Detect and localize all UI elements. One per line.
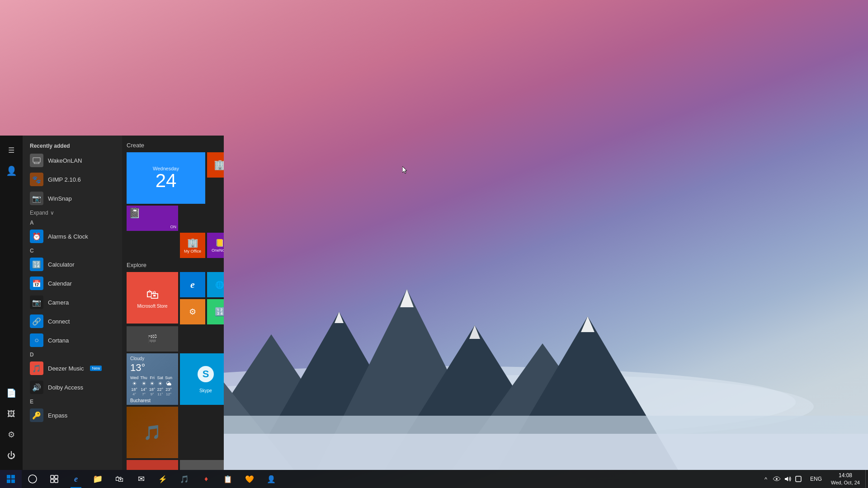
file-explorer-button[interactable]: 📁 <box>87 470 108 488</box>
edge-taskbar-button[interactable]: e <box>65 470 87 488</box>
tiles-row-2: 🛍 Microsoft Store e 🌐 ⚙ 🔢 <box>127 272 219 352</box>
taskbar-icon-11-img: 🧡 <box>245 475 254 483</box>
photos-button[interactable]: 🖼 <box>0 404 22 424</box>
letter-a: A <box>23 218 122 227</box>
settings-button[interactable]: ⚙ <box>0 425 22 445</box>
office-tile-2[interactable]: 🏢 My Office <box>180 233 205 258</box>
app-calendar[interactable]: 📅 Calendar <box>23 274 122 293</box>
app-camera[interactable]: 📷 Camera <box>23 293 122 312</box>
mail-icon: ✉ <box>138 474 145 484</box>
mail-button[interactable]: ✉ <box>130 470 152 488</box>
documents-button[interactable]: 📄 <box>0 383 22 403</box>
deezer-new-badge: New <box>90 366 102 371</box>
tiles-row-3: Cloudy 13° Wed ☀ 18° 4° Thu ☀ 14° <box>127 353 219 405</box>
calendar-tile[interactable]: Wednesday 24 <box>127 152 205 204</box>
app-enpass[interactable]: 🔑 Enpass <box>23 406 122 425</box>
edge-tile-2[interactable]: 🌐 <box>207 272 224 297</box>
start-menu[interactable]: ☰ 👤 📄 🖼 ⚙ ⏻ Recently added WakeOnLAN 🐾 G… <box>0 136 224 470</box>
explore-section-label: Explore <box>127 260 219 272</box>
skype-tile[interactable]: S Skype <box>180 353 224 405</box>
dolby-icon: 🔊 <box>30 380 43 394</box>
taskbar-icon-8[interactable]: 🎵 <box>174 470 195 488</box>
app-connect[interactable]: 🔗 Connect <box>23 312 122 331</box>
app-cortana[interactable]: ○ Cortana <box>23 331 122 350</box>
deezer-icon: 🎵 <box>30 361 43 375</box>
onenote-icon-2: 📒 <box>215 239 224 247</box>
power-button[interactable]: ⏻ <box>0 446 22 465</box>
tiles-row-1b: 🏢 My Office 📒 OneNote <box>127 233 219 258</box>
svg-rect-27 <box>51 475 54 479</box>
music-tile[interactable]: 🎵 <box>127 407 178 458</box>
office-icon-2: 🏢 <box>187 237 198 248</box>
show-hidden-icons-button[interactable]: ^ <box>761 470 770 488</box>
store-taskbar-button[interactable]: 🛍 <box>108 470 130 488</box>
create-section-label: Create <box>127 140 219 152</box>
news-tile[interactable]: Single ticket wins $1.6 billion Mega Mil… <box>127 460 178 470</box>
language-button[interactable]: ENG <box>807 476 826 482</box>
clock-time: 14:08 <box>839 472 852 479</box>
notification-icon[interactable] <box>794 470 803 488</box>
svg-marker-11 <box>400 289 414 307</box>
music-tile-icon: 🎵 <box>143 424 161 441</box>
windows-logo-icon <box>6 474 15 483</box>
svg-rect-29 <box>51 479 54 483</box>
taskbar-icon-10-img: 📋 <box>223 475 232 483</box>
forecast-wed: Wed ☀ 18° 4° <box>130 375 138 396</box>
camera-tile[interactable]: 🔢 <box>207 299 224 324</box>
taskbar-icon-11[interactable]: 🧡 <box>239 470 260 488</box>
taskbar-icon-7[interactable]: ⚡ <box>152 470 174 488</box>
camera-icon: 📷 <box>30 296 43 309</box>
volume-icon[interactable] <box>783 470 792 488</box>
network-icon[interactable] <box>772 470 781 488</box>
photos-tile[interactable]: 🖼 Photos <box>180 460 224 470</box>
svg-marker-4 <box>249 312 429 470</box>
video-tile[interactable]: 🎬 <box>127 326 178 352</box>
svg-point-31 <box>776 478 778 480</box>
taskbar-icon-12[interactable]: 👤 <box>260 470 282 488</box>
app-gimp[interactable]: 🐾 GIMP 2.10.6 <box>23 170 122 189</box>
expand-button[interactable]: Expand ∨ <box>23 208 122 218</box>
hamburger-menu-button[interactable]: ☰ <box>0 140 22 160</box>
taskbar-icon-7-img: ⚡ <box>158 475 167 483</box>
app-list[interactable]: Recently added WakeOnLAN 🐾 GIMP 2.10.6 📷… <box>23 136 122 470</box>
app-deezer[interactable]: 🎵 Deezer Music New <box>23 359 122 378</box>
user-profile-button[interactable]: 👤 <box>0 161 22 181</box>
tiles-panel[interactable]: Create Wednesday 24 🏢 📓 ON <box>122 136 224 470</box>
cortana-icon: ○ <box>30 333 43 347</box>
taskbar-icon-10[interactable]: 📋 <box>217 470 239 488</box>
clock-button[interactable]: 14:08 Wed, Oct, 24 <box>826 470 865 488</box>
store-tile[interactable]: 🛍 Microsoft Store <box>127 272 178 324</box>
tray-icons: ^ <box>758 470 807 488</box>
svg-rect-16 <box>33 158 40 162</box>
svg-marker-32 <box>785 477 788 481</box>
office-tile[interactable]: 🏢 <box>207 152 224 178</box>
weather-tile[interactable]: Cloudy 13° Wed ☀ 18° 4° Thu ☀ 14° <box>127 353 178 405</box>
edge-icon: e <box>190 279 195 291</box>
taskbar-icon-9-img: ♦ <box>204 475 208 483</box>
start-left-panel: ☰ 👤 📄 🖼 ⚙ ⏻ <box>0 136 23 470</box>
app-dolby[interactable]: 🔊 Dolby Access <box>23 378 122 397</box>
edge-tile[interactable]: e <box>180 272 205 297</box>
calendar-day: Wednesday <box>153 166 179 171</box>
onenote-tile-2[interactable]: 📒 OneNote <box>207 233 224 258</box>
start-button[interactable] <box>0 470 22 488</box>
tiles-row-5: Single ticket wins $1.6 billion Mega Mil… <box>127 460 219 470</box>
svg-point-26 <box>28 475 37 483</box>
task-view-button[interactable] <box>43 470 65 488</box>
edge-taskbar-icon: e <box>74 474 78 484</box>
svg-marker-8 <box>497 316 678 470</box>
letter-c: C <box>23 246 122 255</box>
onenote-tile[interactable]: 📓 ON <box>127 206 178 231</box>
show-desktop-button[interactable] <box>865 470 868 488</box>
svg-rect-24 <box>7 479 10 483</box>
app-calculator[interactable]: 🔢 Calculator <box>23 255 122 274</box>
taskbar-icon-9[interactable]: ♦ <box>195 470 217 488</box>
settings-tile[interactable]: ⚙ <box>180 299 205 324</box>
app-wakeonlan[interactable]: WakeOnLAN <box>23 151 122 170</box>
search-button[interactable] <box>22 470 43 488</box>
svg-marker-5 <box>316 289 497 470</box>
app-winsnap[interactable]: 📷 WinSnap <box>23 189 122 208</box>
winsnap-icon: 📷 <box>30 192 43 205</box>
app-alarms-clock[interactable]: ⏰ Alarms & Clock <box>23 227 122 246</box>
recently-added-label: Recently added <box>23 140 122 151</box>
